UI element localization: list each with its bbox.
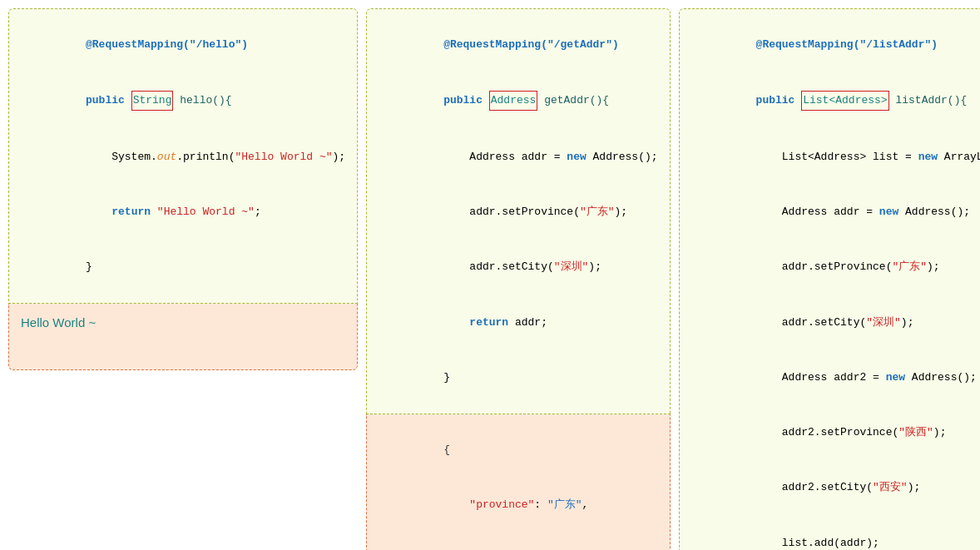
right-line1: public List<Address> listAddr(){ — [691, 72, 980, 129]
left-line2: System.out.println("Hello World ~"); — [21, 130, 345, 185]
mid-line1: public Address getAddr(){ — [379, 72, 657, 129]
left-line3: return "Hello World ~"; — [21, 185, 345, 240]
mid-line5: return addr; — [379, 295, 657, 349]
top-row: @RequestMapping("/hello") public String … — [8, 8, 972, 550]
right-annotation: @RequestMapping("/listAddr") — [691, 17, 980, 72]
hello-world-output: Hello World ~ — [21, 315, 96, 330]
mid-annotation: @RequestMapping("/getAddr") — [379, 17, 657, 72]
right-code-panel: @RequestMapping("/listAddr") public List… — [679, 8, 980, 550]
mid-code-panel: @RequestMapping("/getAddr") public Addre… — [366, 8, 670, 414]
left-annotation: @RequestMapping("/hello") — [21, 17, 345, 72]
right-column: @RequestMapping("/listAddr") public List… — [679, 8, 980, 550]
mid-line3: addr.setProvince("广东"); — [379, 185, 657, 240]
mid-line6: } — [379, 350, 657, 405]
left-line4: } — [21, 240, 345, 295]
left-column: @RequestMapping("/hello") public String … — [8, 8, 358, 370]
mid-json-line3: "city": "深圳" — [379, 533, 657, 550]
mid-json-line1: { — [379, 423, 657, 478]
right-line7: addr2.setProvince("陕西"); — [691, 405, 980, 460]
left-code-panel: @RequestMapping("/hello") public String … — [8, 8, 358, 304]
right-line2: List<Address> list = new ArrayList<>(); — [691, 130, 980, 185]
right-line8: addr2.setCity("西安"); — [691, 460, 980, 515]
left-output-panel: Hello World ~ — [8, 304, 358, 370]
mid-column: @RequestMapping("/getAddr") public Addre… — [366, 8, 670, 550]
right-line4: addr.setProvince("广东"); — [691, 240, 980, 295]
mid-json-line2: "province": "广东", — [379, 478, 657, 533]
mid-line2: Address addr = new Address(); — [379, 130, 657, 185]
right-line9: list.add(addr); — [691, 516, 980, 550]
left-line1: public String hello(){ — [21, 72, 345, 129]
right-line5: addr.setCity("深圳"); — [691, 295, 980, 349]
right-line3: Address addr = new Address(); — [691, 185, 980, 240]
mid-output-panel: { "province": "广东", "city": "深圳" } — [366, 414, 670, 550]
mid-line4: addr.setCity("深圳"); — [379, 240, 657, 295]
main-container: @RequestMapping("/hello") public String … — [0, 0, 980, 550]
right-line6: Address addr2 = new Address(); — [691, 350, 980, 405]
